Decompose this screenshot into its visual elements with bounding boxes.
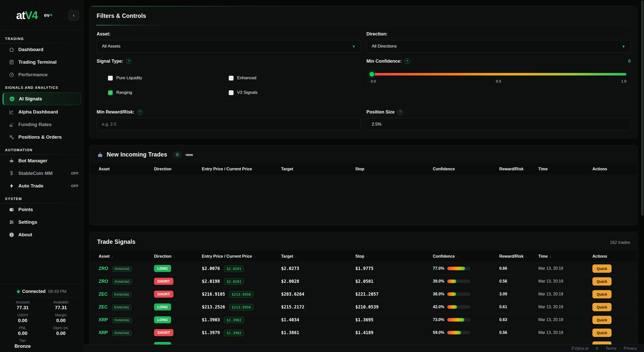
main-content: Filters & Controls Asset: All Assets ▼ D… [84, 0, 644, 352]
filters-panel: Filters & Controls Asset: All Assets ▼ D… [89, 6, 638, 138]
help-icon[interactable]: ? [126, 59, 131, 64]
quick-button[interactable]: Quick [592, 303, 612, 311]
direction-cell: SHORT [154, 291, 202, 298]
off-badge: OFF [71, 171, 79, 175]
entry-price: $213.2526 [202, 304, 225, 309]
stat-usdh: USDH 0.00 [4, 313, 42, 323]
sidebar-item-stablecoin-mm[interactable]: StableCoin MMOFF [0, 167, 84, 180]
asset-cell: ZRO RANGING [90, 279, 154, 284]
entry-price-cell: $1.3903 $1.3982 [202, 317, 281, 323]
help-icon[interactable]: ? [137, 110, 142, 115]
column-header-reward-risk[interactable]: Reward/Risk↕ [499, 254, 538, 259]
sidebar-item-bot-manager[interactable]: Bot Manager [0, 154, 84, 167]
stat-value: 0.00 [42, 318, 80, 323]
quick-button[interactable]: Quick [592, 316, 612, 324]
dollar-icon [9, 170, 15, 176]
direction-select[interactable]: All Directions ▼ [366, 40, 631, 53]
sidebar-item-settings[interactable]: Settings [0, 216, 84, 228]
scrollbar-track[interactable] [641, 0, 643, 352]
sidebar-item-ai-signals[interactable]: AIAI Signals [3, 93, 81, 105]
sidebar-item-trading-terminal[interactable]: Trading Terminal [0, 56, 84, 68]
column-header-stop[interactable]: Stop↕ [355, 254, 433, 259]
asset-select[interactable]: All Assets ▼ [97, 40, 361, 53]
current-price-pill: $1.3982 [224, 330, 244, 336]
scrollbar-thumb[interactable] [641, 1, 643, 216]
column-header-asset[interactable]: Asset↕ [90, 254, 154, 259]
sidebar-item-alpha-dashboard[interactable]: Alpha Dashboard [0, 106, 84, 118]
min-rr-input[interactable] [97, 118, 361, 131]
footer-link-evplus-ai[interactable]: EVplus.ai [572, 346, 589, 351]
ai-chip-icon: AI [9, 96, 15, 102]
direction-select-value: All Directions [372, 44, 397, 49]
column-header-confidence[interactable]: Confidence↕ [433, 254, 499, 259]
confidence-cell: 77.0% [433, 266, 499, 271]
column-header-direction[interactable]: Direction↕ [154, 254, 202, 259]
signals-table-header: Asset↕Direction↕Entry Price / Current Pr… [90, 251, 638, 262]
stat-margin: Margin 0.00 [42, 313, 80, 323]
help-icon[interactable]: ? [405, 59, 410, 64]
sidebar-item-points[interactable]: Points [0, 203, 84, 216]
sidebar-item-dashboard[interactable]: Dashboard [0, 43, 84, 56]
footer-separator: · [591, 346, 593, 350]
target-cell: $215.2172 [281, 304, 355, 310]
sidebar-item-positions-orders[interactable]: Positions & Orders [0, 131, 84, 143]
quick-button[interactable]: Quick [592, 290, 612, 298]
stop-price: $210.0539 [355, 304, 378, 309]
sidebar-collapse-button[interactable]: ‹ [68, 10, 79, 21]
reward-risk-cell: 0.61 [499, 304, 538, 309]
footer-link-privacy[interactable]: Privacy [624, 346, 637, 351]
target-price: $1.3861 [281, 330, 299, 335]
checkbox-v3-signals[interactable]: V3 Signals [229, 90, 350, 95]
time-value: Mar 13, 20:19 [538, 305, 563, 309]
sidebar-item-funding-rates[interactable]: Funding Rates [0, 118, 84, 131]
confidence-percent: 59.0% [433, 330, 444, 335]
sidebar-item-performance[interactable]: Performance [0, 68, 84, 81]
stop-price: $1.9775 [355, 266, 373, 271]
direction-label: Direction: [366, 31, 388, 37]
stop-price: $1.3695 [355, 317, 373, 322]
direction-cell: SHORT [154, 278, 202, 285]
unchecked-checkbox-icon[interactable] [229, 90, 234, 95]
ranging-tag: RANGING [112, 330, 132, 336]
home-icon [9, 47, 15, 53]
actions-cell: Quick [592, 303, 638, 311]
column-header-target[interactable]: Target↕ [281, 254, 355, 259]
reward-risk-value: 0.56 [499, 279, 507, 283]
checkbox-enhanced[interactable]: Enhanced [229, 75, 350, 81]
min-confidence-label: Min Confidence: [366, 59, 402, 64]
sidebar-item-about[interactable]: About [0, 228, 84, 241]
unchecked-checkbox-icon[interactable] [229, 76, 234, 81]
position-size-input[interactable] [366, 118, 631, 131]
unchecked-checkbox-icon[interactable] [108, 76, 113, 81]
checkbox-ranging[interactable]: ✓ Ranging [108, 90, 229, 95]
asset-cell: ZEC RANGING [90, 304, 154, 310]
column-header-entry-price-current-price[interactable]: Entry Price / Current Price↕ [202, 254, 281, 259]
target-cell: $1.3861 [281, 330, 355, 335]
footer-link-x[interactable]: X [596, 346, 598, 351]
target-cell: $2.0028 [281, 279, 355, 284]
checkbox-pure-liquidity[interactable]: Pure Liquidity [108, 75, 229, 81]
column-header-time[interactable]: Time↓ [538, 254, 592, 259]
stat-tier: Tier Bronze [4, 338, 42, 349]
confidence-slider-track[interactable] [371, 73, 626, 75]
column-header-actions: Actions [592, 254, 638, 259]
checked-checkbox-icon[interactable]: ✓ [108, 90, 113, 95]
help-icon[interactable]: ? [398, 110, 403, 115]
nav-section-label: AUTOMATION [0, 143, 84, 154]
time-cell: Mar 13, 20:19 [538, 292, 592, 296]
sidebar-item-auto-trade[interactable]: Auto TradeOFF [0, 180, 84, 192]
quick-button[interactable]: Quick [592, 277, 612, 286]
confidence-percent: 77.0% [433, 266, 444, 271]
inbox-tray-icon [97, 152, 103, 158]
gauge-icon [9, 72, 15, 78]
confidence-slider-knob[interactable] [369, 71, 375, 77]
tick-max: 1.0 [621, 79, 626, 83]
entry-price-cell: $2.0198 $2.0201 [202, 279, 281, 284]
target-price: $215.2172 [281, 304, 304, 309]
current-price-pill: $213.9950 [229, 304, 253, 310]
gears-icon [9, 134, 15, 140]
quick-button[interactable]: Quick [592, 329, 612, 337]
footer-link-terms[interactable]: Terms [605, 346, 617, 351]
sidebar-item-label: Alpha Dashboard [18, 109, 58, 115]
quick-button[interactable]: Quick [592, 264, 612, 273]
